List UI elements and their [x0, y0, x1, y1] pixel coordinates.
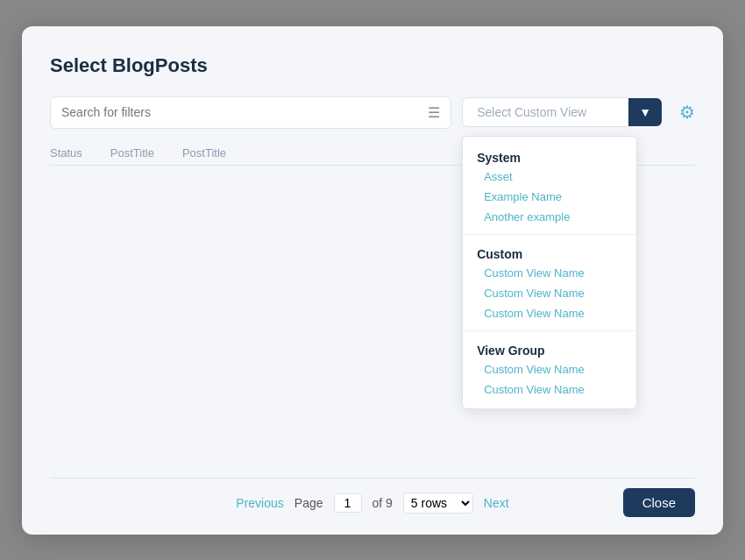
prev-button[interactable]: Previous	[236, 496, 283, 510]
toolbar-row: ☰ Select Custom View ▼ System Asset Exam…	[50, 96, 695, 129]
dropdown-divider-2	[463, 330, 636, 331]
dropdown-item-custom-3[interactable]: Custom View Name	[463, 303, 636, 323]
search-input[interactable]	[61, 105, 428, 119]
page-title: Select BlogPosts	[50, 54, 695, 77]
col-posttitle-1: PostTitle	[110, 146, 154, 159]
custom-view-dropdown-menu: System Asset Example Name Another exampl…	[462, 136, 637, 409]
close-button[interactable]: Close	[623, 488, 695, 517]
modal: Select BlogPosts ☰ Select Custom View ▼ …	[22, 26, 723, 535]
page-of: of 9	[372, 496, 393, 510]
dropdown-item-custom-2[interactable]: Custom View Name	[463, 283, 636, 303]
dropdown-item-viewgroup-1[interactable]: Custom View Name	[463, 359, 636, 379]
chevron-down-icon: ▼	[639, 105, 651, 119]
dropdown-item-viewgroup-2[interactable]: Custom View Name	[463, 379, 636, 400]
dropdown-group-view-group: View Group	[463, 338, 636, 359]
page-label: Page	[294, 496, 323, 510]
dropdown-group-system: System	[463, 145, 636, 167]
dropdown-item-another-example[interactable]: Another example	[463, 207, 636, 227]
rows-select[interactable]: 5 rows 10 rows 25 rows	[403, 493, 473, 514]
custom-view-dropdown-button[interactable]: ▼	[628, 98, 662, 126]
footer: Previous Page of 9 5 rows 10 rows 25 row…	[50, 478, 695, 514]
search-box[interactable]: ☰	[50, 96, 451, 129]
custom-view-wrapper: Select Custom View ▼ System Asset Exampl…	[462, 97, 662, 127]
filter-icon: ☰	[428, 104, 440, 121]
dropdown-item-example-name[interactable]: Example Name	[463, 187, 636, 207]
col-status: Status	[50, 146, 82, 159]
gear-icon: ⚙	[679, 103, 695, 122]
dropdown-group-custom: Custom	[463, 242, 636, 263]
col-posttitle-2: PostTitle	[182, 146, 226, 159]
gear-button[interactable]: ⚙	[679, 102, 695, 123]
page-input[interactable]	[334, 493, 362, 513]
dropdown-item-asset[interactable]: Asset	[463, 167, 636, 187]
next-button[interactable]: Next	[484, 496, 509, 510]
dropdown-divider-1	[463, 234, 636, 235]
dropdown-item-custom-1[interactable]: Custom View Name	[463, 263, 636, 283]
custom-view-select[interactable]: Select Custom View	[462, 97, 628, 127]
